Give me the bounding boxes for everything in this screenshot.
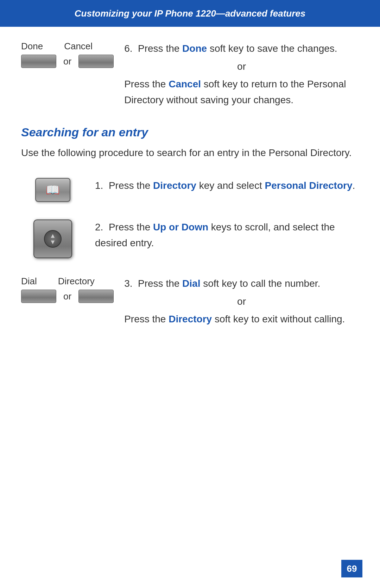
step-6-text: 6. Press the Done soft key to save the c…	[124, 41, 359, 108]
step-3-text: 3. Press the Dial soft key to call the n…	[124, 276, 359, 292]
dial-label: Dial	[21, 276, 37, 287]
step-6-number: 6. Press the Done soft key to save the c…	[124, 41, 359, 57]
dial-button[interactable]	[21, 290, 56, 303]
cancel-label: Cancel	[64, 41, 93, 52]
directory-key-col: 📖	[21, 178, 84, 202]
or-label-2: or	[63, 291, 71, 302]
page-number: 69	[341, 560, 362, 577]
step-3-dir-text: Press the Directory soft key to exit wit…	[124, 311, 359, 327]
dial-dir-labels: Dial Directory	[21, 276, 95, 287]
step-6-section: Done Cancel or 6. Press the Done soft ke…	[21, 41, 359, 108]
dial-directory-col: Dial Directory or	[21, 276, 114, 303]
done-button[interactable]	[21, 55, 56, 68]
step-1-row: 📖 1. Press the Directory key and select …	[21, 178, 359, 202]
page-header: Customizing your IP Phone 1220—advanced …	[0, 0, 380, 27]
searching-heading: Searching for an entry	[21, 125, 359, 139]
nav-center: ▲▼	[44, 230, 62, 248]
searching-intro: Use the following procedure to search fo…	[21, 146, 359, 160]
directory-button[interactable]	[78, 290, 114, 303]
button-labels: Done Cancel	[21, 41, 93, 52]
step-1-text: 1. Press the Directory key and select Pe…	[95, 178, 359, 194]
directory-label: Directory	[58, 276, 95, 287]
dial-dir-button-row: or	[21, 290, 114, 303]
book-icon: 📖	[46, 183, 60, 197]
or-center-1: or	[124, 61, 359, 72]
header-title: Customizing your IP Phone 1220—advanced …	[75, 8, 305, 19]
step-1-content: 1. Press the Directory key and select Pe…	[95, 178, 359, 194]
step-2-content: 2. Press the Up or Down keys to scroll, …	[95, 219, 359, 251]
done-cancel-button-row: or	[21, 55, 114, 68]
nav-key-icon: ▲▼	[33, 219, 72, 258]
nav-arrows-icon: ▲▼	[50, 233, 56, 245]
step-6-cancel-text: Press the Cancel soft key to return to t…	[124, 76, 359, 108]
or-label-1: or	[63, 56, 71, 67]
cancel-button[interactable]	[78, 55, 114, 68]
directory-key-icon: 📖	[35, 178, 70, 202]
step-2-text: 2. Press the Up or Down keys to scroll, …	[95, 219, 359, 251]
step-3-row: Dial Directory or 3. Press the Dial soft…	[21, 276, 359, 327]
done-cancel-buttons-col: Done Cancel or	[21, 41, 114, 68]
nav-key-col: ▲▼	[21, 219, 84, 258]
or-center-2: or	[124, 296, 359, 307]
done-label: Done	[21, 41, 43, 52]
step-2-row: ▲▼ 2. Press the Up or Down keys to scrol…	[21, 219, 359, 258]
step-3-content: 3. Press the Dial soft key to call the n…	[124, 276, 359, 327]
